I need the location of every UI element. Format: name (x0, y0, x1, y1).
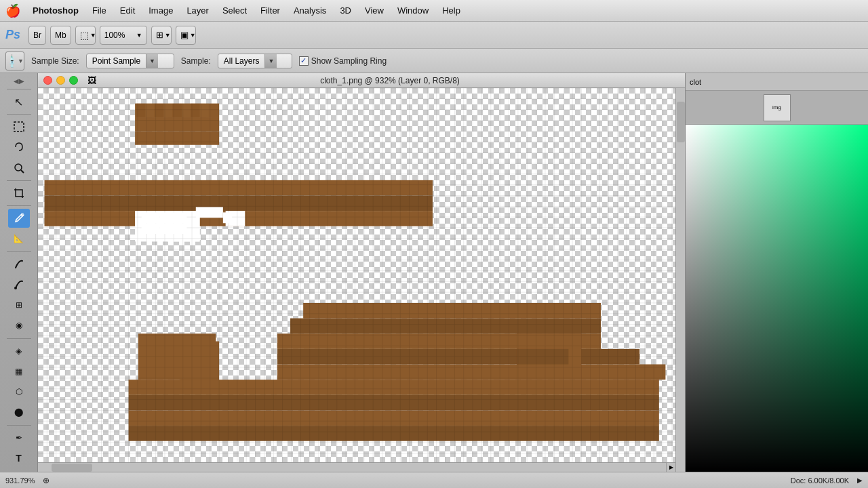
healing-icon (13, 258, 25, 270)
tool-divider-4 (7, 205, 31, 206)
scrollbar-thumb[interactable] (677, 102, 685, 142)
sample-size-select[interactable]: Point Sample ▼ (86, 54, 174, 68)
pen-tool[interactable]: ✒ (8, 428, 30, 447)
svg-rect-15 (135, 131, 219, 144)
marquee-icon (13, 121, 25, 133)
status-bar: 931.79% ⊕ Doc: 6.00K/8.00K ▶ (0, 472, 868, 488)
apple-logo[interactable]: 🍎 (5, 3, 20, 18)
bridge-button[interactable]: Br (28, 26, 46, 45)
svg-rect-31 (303, 303, 601, 319)
menu-photoshop[interactable]: Photoshop (26, 3, 85, 18)
eraser-tool[interactable]: ◈ (8, 341, 30, 360)
color-gradient[interactable] (686, 125, 868, 472)
menu-layer[interactable]: Layer (180, 3, 216, 18)
layer-preview[interactable]: img (764, 94, 791, 121)
h-scrollbar-thumb[interactable] (52, 464, 92, 472)
right-panel: clot img (685, 73, 868, 472)
close-button[interactable] (43, 76, 52, 85)
panel-tab-label[interactable]: clot (690, 78, 701, 86)
svg-rect-27 (277, 365, 665, 380)
menu-filter[interactable]: Filter (254, 3, 287, 18)
eyedropper-icon (13, 212, 25, 224)
maximize-button[interactable] (69, 76, 78, 85)
pixel-art-canvas[interactable] (38, 88, 685, 472)
text-tool[interactable]: T (8, 449, 30, 468)
zoom-indicator[interactable]: ⊕ (43, 476, 50, 485)
arrange-icon: ⊞ (156, 30, 163, 40)
svg-point-4 (14, 287, 17, 289)
color-picker-panel[interactable] (686, 125, 868, 472)
zoom-arrow-icon: ▼ (136, 32, 142, 39)
quick-select-icon (13, 162, 25, 174)
arrange-button[interactable]: ⊞ ▼ (151, 26, 172, 45)
zoom-display[interactable]: 100% ▼ (100, 26, 147, 45)
sample-label: Sample: (181, 56, 211, 66)
screen-mode-icon: ▣ (180, 30, 189, 40)
document-view-button[interactable]: ⬚ ▼ (75, 26, 96, 45)
horizontal-scrollbar[interactable]: ▶ (38, 462, 675, 472)
show-sampling-ring-label: Show Sampling Ring (311, 56, 387, 66)
canvas-area: 🖼 cloth_1.png @ 932% (Layer 0, RGB/8) (38, 73, 685, 472)
menu-3d[interactable]: 3D (333, 3, 358, 18)
sample-size-label: Sample Size: (31, 56, 79, 66)
menu-window[interactable]: Window (391, 3, 435, 18)
ruler-tool[interactable]: 📐 (8, 229, 30, 248)
minibrige-button[interactable]: Mb (50, 26, 71, 45)
zoom-percentage: 931.79% (5, 476, 35, 485)
svg-line-2 (21, 170, 24, 173)
menu-analysis[interactable]: Analysis (287, 3, 333, 18)
marquee-tool[interactable] (8, 117, 30, 136)
canvas-scroll[interactable]: ▶ (38, 88, 685, 472)
menu-edit[interactable]: Edit (113, 3, 142, 18)
document-icon: 🖼 (87, 75, 96, 85)
svg-rect-17 (45, 195, 433, 211)
sample-value: All Layers (218, 56, 265, 66)
scroll-play-button[interactable]: ▶ (666, 462, 675, 472)
right-panel-header: clot (686, 73, 868, 91)
clone-stamp-tool[interactable]: ⊞ (8, 296, 30, 314)
dodge-tool[interactable]: ⬤ (8, 403, 30, 422)
doc-info-expand[interactable]: ▶ (857, 476, 863, 484)
svg-rect-32 (180, 342, 219, 388)
history-brush-tool[interactable]: ◉ (8, 316, 30, 335)
blur-tool[interactable]: ⬡ (8, 382, 30, 401)
minimize-button[interactable] (56, 76, 65, 85)
vertical-scrollbar[interactable] (675, 88, 685, 472)
screen-mode-button[interactable]: ▣ ▼ (176, 26, 196, 45)
gradient-tool[interactable]: ▦ (8, 362, 30, 381)
left-toolbar: ◀▶ ↖ (0, 73, 38, 472)
tool-divider-7 (7, 425, 31, 426)
brush-tool[interactable] (8, 275, 30, 294)
show-sampling-ring-wrap[interactable]: ✓ Show Sampling Ring (299, 56, 387, 66)
tool-divider-1 (7, 89, 31, 89)
move-tool[interactable]: ↖ (8, 92, 30, 111)
lasso-tool[interactable] (8, 138, 30, 157)
eyedropper-options-icon[interactable]: 💉 ▼ (5, 52, 24, 70)
svg-rect-149 (159, 223, 186, 234)
window-title: cloth_1.png @ 932% (Layer 0, RGB/8) (100, 76, 679, 85)
menu-image[interactable]: Image (142, 3, 180, 18)
document-view-icon: ⬚ (80, 30, 89, 41)
lasso-icon (13, 141, 25, 153)
svg-rect-146 (196, 207, 223, 218)
svg-rect-145 (178, 212, 186, 223)
svg-rect-24 (129, 410, 659, 426)
crop-tool[interactable] (8, 184, 30, 203)
arrange-arrow-icon: ▼ (165, 32, 171, 39)
menu-file[interactable]: File (85, 3, 113, 18)
sample-size-value: Point Sample (87, 56, 146, 66)
menu-select[interactable]: Select (216, 3, 254, 18)
sample-size-arrow-icon: ▼ (146, 54, 158, 68)
sample-select[interactable]: All Layers ▼ (218, 54, 292, 68)
quick-select-tool[interactable] (8, 159, 30, 178)
svg-rect-0 (14, 122, 24, 131)
eyedropper-tool[interactable] (8, 209, 30, 228)
svg-rect-25 (129, 426, 659, 441)
dropdown-arrow-icon: ▼ (90, 32, 96, 39)
spot-healing-tool[interactable] (8, 254, 30, 273)
menu-view[interactable]: View (358, 3, 391, 18)
svg-rect-148 (142, 223, 160, 234)
show-sampling-ring-checkbox[interactable]: ✓ (299, 56, 309, 66)
toolbar-collapse-icon[interactable]: ◀▶ (14, 77, 24, 85)
menu-help[interactable]: Help (435, 3, 467, 18)
